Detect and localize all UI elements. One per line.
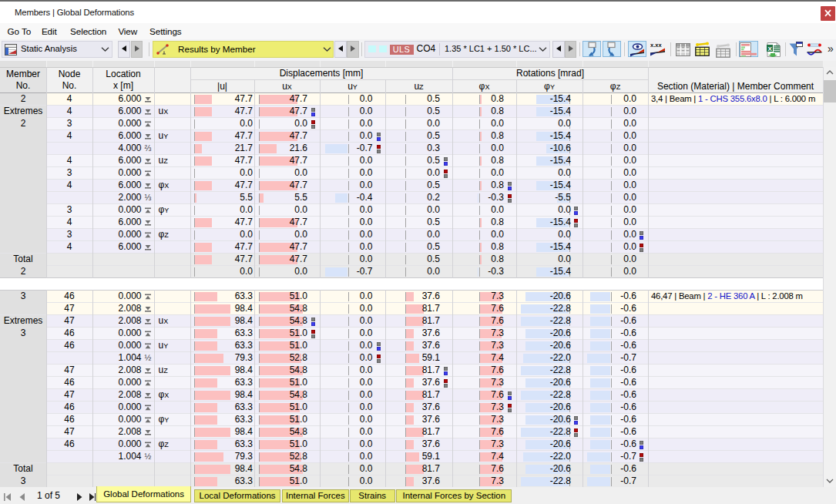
svg-text:X: X (767, 45, 772, 52)
svg-text:x.xx: x.xx (650, 42, 662, 49)
